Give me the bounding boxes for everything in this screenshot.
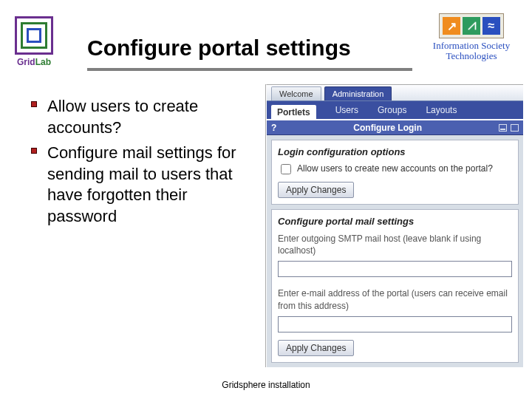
minimize-icon[interactable] — [499, 124, 507, 132]
bullet-item: Configure mail settings for sending mail… — [31, 143, 253, 227]
gridlab-logo-text: GridLab — [15, 57, 53, 67]
ist-logo-frame: ↗ ⩘ ≈ — [439, 13, 504, 38]
ist-tile-1: ↗ — [443, 17, 460, 35]
subtab-groups[interactable]: Groups — [378, 105, 406, 115]
tab-administration[interactable]: Administration — [324, 86, 392, 100]
ist-tile-2: ⩘ — [463, 17, 480, 35]
ist-tile-3: ≈ — [482, 17, 500, 35]
subtab-layouts[interactable]: Layouts — [426, 105, 457, 115]
allow-create-accounts-checkbox[interactable] — [281, 164, 291, 174]
slide-title: Configure portal settings — [87, 35, 351, 61]
logo-outer — [15, 16, 53, 55]
allow-create-accounts-label: Allow users to create new accounts on th… — [297, 163, 493, 174]
title-underline — [87, 68, 412, 71]
bullet-list: Allow users to create accounts? Configur… — [31, 96, 253, 232]
bullet-marker-icon — [31, 101, 41, 112]
mail-config-header: Configure portal mail settings — [278, 216, 512, 227]
ist-caption: Information Society Technologies — [426, 41, 517, 62]
bullet-marker-icon — [31, 148, 41, 158]
bullet-text: Allow users to create accounts? — [47, 96, 253, 138]
subtab-portlets[interactable]: Portlets — [271, 105, 316, 120]
portal-panel: Welcome Administration Portlets Users Gr… — [266, 84, 523, 367]
maximize-icon[interactable] — [511, 124, 519, 132]
gridlab-logo: GridLab — [15, 16, 53, 67]
logo-inner — [27, 28, 41, 43]
ist-logo: ↗ ⩘ ≈ Information Society Technologies — [426, 13, 517, 62]
ist-caption-line2: Technologies — [426, 51, 517, 61]
login-config-header: Login configuration options — [278, 146, 512, 157]
portal-email-label: Enter e-mail address of the portal (user… — [278, 287, 512, 311]
main-tabs: Welcome Administration — [267, 85, 523, 101]
help-icon[interactable]: ? — [271, 123, 276, 133]
smtp-host-input[interactable] — [278, 261, 512, 277]
apply-login-button[interactable]: Apply Changes — [278, 182, 354, 198]
window-controls — [499, 124, 519, 132]
apply-mail-button[interactable]: Apply Changes — [278, 340, 354, 356]
portlet-title: Configure Login — [276, 123, 499, 133]
login-config-section: Login configuration options Allow users … — [271, 140, 519, 205]
portlet-titlebar: ? Configure Login — [267, 119, 523, 135]
subtab-users[interactable]: Users — [335, 105, 358, 115]
logo-mid — [21, 22, 47, 49]
mail-config-section: Configure portal mail settings Enter out… — [271, 209, 519, 363]
tab-welcome[interactable]: Welcome — [271, 86, 321, 100]
smtp-host-label: Enter outgoing SMTP mail host (leave bla… — [278, 233, 512, 256]
portal-email-input[interactable] — [278, 316, 512, 332]
slide-footer: Gridsphere installation — [0, 380, 532, 390]
sub-tabs: Portlets Users Groups Layouts — [267, 101, 523, 119]
ist-caption-line1: Information Society — [426, 41, 517, 51]
bullet-text: Configure mail settings for sending mail… — [47, 143, 253, 227]
bullet-item: Allow users to create accounts? — [31, 96, 253, 138]
